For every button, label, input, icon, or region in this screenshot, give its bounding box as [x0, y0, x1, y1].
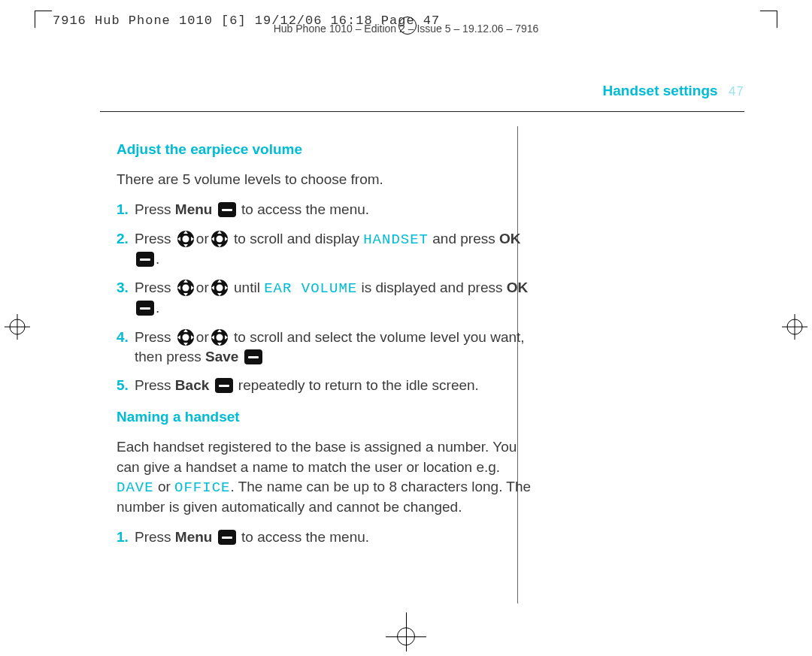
registration-mark-bottom: [0, 621, 812, 651]
step-5: 5. Press Back repeatedly to return to th…: [117, 376, 538, 395]
nav-icon: [176, 328, 195, 347]
step-3: 3. Press or until EAR VOLUME is displaye…: [117, 278, 538, 318]
registration-mark-right: [782, 314, 807, 340]
step-number: 1.: [117, 528, 129, 547]
softkey-icon: [215, 378, 233, 393]
softkey-icon: [136, 252, 154, 267]
softkey-icon: [218, 530, 236, 545]
step-2: 2. Press or to scroll and display HANDSE…: [117, 229, 538, 269]
svg-point-9: [216, 235, 223, 242]
step-4: 4. Press or to scroll and select the vol…: [117, 328, 538, 367]
step-number: 3.: [117, 278, 129, 298]
step-number: 5.: [117, 376, 129, 395]
nav-icon: [176, 229, 195, 249]
nav-icon: [210, 328, 229, 347]
svg-point-15: [182, 334, 189, 340]
lcd-text: OFFICE: [174, 479, 230, 496]
svg-point-7: [182, 235, 189, 242]
step-number: 2.: [117, 229, 129, 249]
registration-mark-left: [5, 314, 30, 340]
proof-subheader: Hub Phone 1010 – Edition 2 – Issue 5 – 1…: [0, 23, 812, 35]
steps-adjust-earpiece: 1. Press Menu to access the menu. 2. Pre…: [117, 200, 538, 395]
softkey-icon: [244, 349, 262, 364]
intro-naming-handset: Each handset registered to the base is a…: [117, 437, 538, 517]
lcd-text: EAR VOLUME: [264, 280, 357, 297]
heading-adjust-earpiece: Adjust the earpiece volume: [117, 140, 538, 159]
lcd-text: HANDSET: [363, 231, 429, 248]
body-content: Adjust the earpiece volume There are 5 v…: [117, 128, 538, 560]
nav-icon: [210, 278, 229, 298]
nav-icon: [210, 229, 229, 249]
svg-point-11: [182, 285, 189, 292]
intro-adjust-earpiece: There are 5 volume levels to choose from…: [117, 170, 538, 189]
section-title: Handset settings: [603, 83, 718, 98]
steps-naming-handset: 1. Press Menu to access the menu.: [117, 528, 538, 547]
nav-icon: [176, 278, 195, 298]
svg-point-13: [216, 285, 223, 292]
page-title-row: Handset settings 47: [100, 83, 744, 99]
softkey-icon: [136, 301, 154, 316]
step-1: 1. Press Menu to access the menu.: [117, 200, 538, 219]
page-number: 47: [729, 84, 744, 98]
step-number: 1.: [117, 200, 129, 219]
lcd-text: DAVE: [117, 479, 154, 496]
svg-point-17: [216, 334, 223, 340]
step-1: 1. Press Menu to access the menu.: [117, 528, 538, 547]
step-number: 4.: [117, 328, 129, 347]
heading-naming-handset: Naming a handset: [117, 407, 538, 427]
softkey-icon: [218, 202, 236, 217]
title-rule: [100, 111, 744, 112]
